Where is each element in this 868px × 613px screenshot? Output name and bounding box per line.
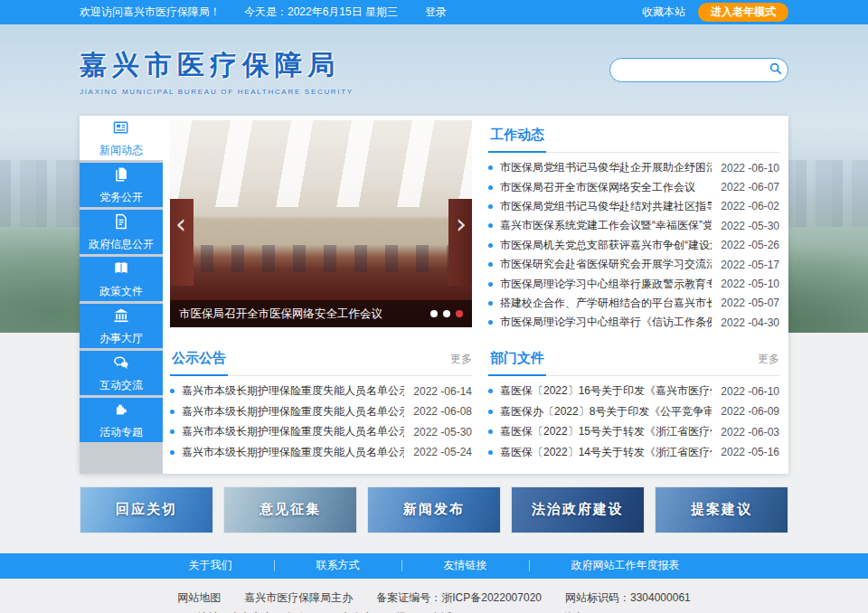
- item-title[interactable]: 搭建校企合作、产学研相结合的平台嘉兴市长期护理...: [500, 296, 712, 311]
- search-icon: [769, 61, 783, 79]
- bullet-icon: [170, 389, 175, 393]
- topbar: 欢迎访问嘉兴市医疗保障局！ 今天是：2022年6月15日 星期三 登录 收藏本站…: [0, 0, 868, 24]
- item-date: 2022 -05-17: [721, 259, 779, 271]
- sidebar-item-label: 党务公开: [99, 190, 143, 205]
- sidebar-item-news[interactable]: 新闻动态: [80, 116, 163, 160]
- more-link[interactable]: 更多: [450, 352, 472, 367]
- sidebar-item-gov-info[interactable]: 政府信息公开: [80, 210, 163, 254]
- item-date: 2022 -06-10: [721, 162, 779, 174]
- sidebar-item-interaction[interactable]: 互动交流: [80, 351, 163, 395]
- list-item[interactable]: 市医保局理论学习中心组举行《信访工作条例》专题...2022 -04-30: [488, 313, 779, 332]
- quick-link-opinion-collection[interactable]: 意见征集: [223, 486, 357, 533]
- more-link[interactable]: 更多: [758, 352, 779, 367]
- puzzle-icon: [112, 401, 130, 425]
- site-title-english: JIAXING MUNICIPAL BUREAU OF HEALTHCARE S…: [80, 88, 354, 96]
- item-title[interactable]: 嘉兴市本级长期护理保险重度失能人员名单公示（2...: [182, 404, 404, 420]
- carousel-caption-text[interactable]: 市医保局召开全市医保网络安全工作会议: [179, 306, 423, 322]
- item-date: 2022 -06-10: [721, 385, 779, 398]
- item-title[interactable]: 市医保局党组书记马俊华赴企开展助企纾困活动: [500, 160, 712, 175]
- section-title[interactable]: 公示公告: [170, 344, 228, 376]
- item-title[interactable]: 嘉兴市本级长期护理保险重度失能人员名单公示（2...: [182, 383, 404, 399]
- footer-link-friendly-links[interactable]: 友情链接: [402, 560, 530, 571]
- list-item[interactable]: 搭建校企合作、产学研相结合的平台嘉兴市长期护理...2022 -05-07: [488, 294, 779, 313]
- carousel-dot-active[interactable]: [456, 310, 463, 317]
- sidebar-item-service-hall[interactable]: 办事大厅: [80, 304, 163, 348]
- current-date: 今天是：2022年6月15日 星期三: [244, 5, 398, 20]
- item-date: 2022 -06-08: [413, 405, 472, 418]
- carousel-dot[interactable]: [443, 310, 450, 317]
- elder-mode-button[interactable]: 进入老年模式: [698, 3, 788, 22]
- list-item[interactable]: 市医保局机关党总支部获评嘉兴市争创“建设清廉机...2022 -05-26: [488, 236, 779, 255]
- section-title[interactable]: 部门文件: [488, 344, 546, 376]
- login-link[interactable]: 登录: [425, 5, 447, 20]
- quick-link-respond-concerns[interactable]: 回应关切: [80, 486, 213, 533]
- item-title[interactable]: 市医保局召开全市医保网络安全工作会议: [500, 180, 712, 195]
- section-title[interactable]: 工作动态: [488, 120, 546, 153]
- sitemap-link[interactable]: 网站地图: [177, 591, 221, 604]
- list-item[interactable]: 嘉医保〔2022〕14号关于转发《浙江省医疗保...2022 -05-16: [488, 442, 779, 463]
- quick-link-proposals[interactable]: 提案建议: [655, 486, 788, 533]
- bullet-icon: [488, 429, 493, 434]
- list-item[interactable]: 嘉兴市本级长期护理保险重度失能人员名单公示（2...2022 -06-08: [170, 401, 472, 422]
- list-item[interactable]: 市医保研究会赴省医保研究会开展学习交流活动2022 -05-17: [488, 255, 779, 274]
- footer-link-contact[interactable]: 联系方式: [275, 560, 402, 571]
- item-date: 2022 -05-16: [721, 446, 779, 458]
- item-title[interactable]: 嘉医保〔2022〕15号关于转发《浙江省医疗保...: [500, 424, 712, 439]
- list-item[interactable]: 嘉医保〔2022〕16号关于印发《嘉兴市医疗保...2022 -06-10: [488, 382, 779, 402]
- item-title[interactable]: 市医保研究会赴省医保研究会开展学习交流活动: [500, 257, 712, 272]
- carousel-next-icon[interactable]: ›: [456, 211, 467, 238]
- item-title[interactable]: 市医保局党组书记马俊华赴结对共建社区指导全国文...: [500, 199, 712, 214]
- item-title[interactable]: 嘉医保〔2022〕16号关于印发《嘉兴市医疗保...: [500, 383, 712, 399]
- item-title[interactable]: 嘉兴市本级长期护理保险重度失能人员名单公示（2...: [182, 424, 404, 439]
- sidebar-item-special-topics[interactable]: 活动专题: [80, 398, 163, 442]
- list-item[interactable]: 市医保局召开全市医保网络安全工作会议2022 -06-07: [488, 177, 779, 196]
- item-title[interactable]: 嘉医保〔2022〕14号关于转发《浙江省医疗保...: [500, 445, 712, 460]
- footer-link-annual-report[interactable]: 政府网站工作年度报表: [530, 560, 722, 571]
- quick-link-news-release[interactable]: 新闻发布: [367, 486, 501, 533]
- quick-link-rule-of-law[interactable]: 法治政府建设: [511, 486, 645, 533]
- list-item[interactable]: 嘉兴市医保系统党建工作会议暨“幸福医保”党建联...2022 -05-30: [488, 216, 779, 235]
- documents-section: 部门文件 更多 嘉医保〔2022〕16号关于印发《嘉兴市医疗保...2022 -…: [488, 344, 779, 463]
- footer-link-about[interactable]: 关于我们: [147, 560, 275, 571]
- work-news-list: 市医保局党组书记马俊华赴企开展助企纾困活动2022 -06-10 市医保局召开全…: [488, 158, 779, 333]
- sidebar-item-label: 政府信息公开: [89, 237, 154, 252]
- bullet-icon: [488, 301, 493, 306]
- sidebar-item-party-affairs[interactable]: 党务公开: [80, 163, 163, 207]
- list-item[interactable]: 市医保局党组书记马俊华赴企开展助企纾困活动2022 -06-10: [488, 158, 779, 177]
- main-content: 新闻动态 党务公开 政府信息公开 政策文件 办事大厅 互动交流 活动专题: [80, 116, 788, 474]
- search-box: [609, 58, 788, 82]
- carousel-prev-icon[interactable]: ‹: [175, 211, 186, 238]
- list-item[interactable]: 嘉兴市本级长期护理保险重度失能人员名单公示（2...2022 -05-30: [170, 422, 472, 443]
- carousel-dot[interactable]: [430, 310, 438, 317]
- list-item[interactable]: 市医保局党组书记马俊华赴结对共建社区指导全国文...2022 -06-02: [488, 197, 779, 216]
- list-item[interactable]: 嘉兴市本级长期护理保险重度失能人员名单公示（2...2022 -06-14: [170, 382, 472, 402]
- item-date: 2022 -06-03: [721, 426, 779, 439]
- item-title[interactable]: 市医保局理论学习中心组举行《信访工作条例》专题...: [500, 315, 712, 330]
- search-input[interactable]: [610, 59, 769, 81]
- quick-links-row: 回应关切 意见征集 新闻发布 法治政府建设 提案建议: [80, 486, 788, 533]
- list-item[interactable]: 嘉医保办〔2022〕8号关于印发《公平竞争审查...2022 -06-09: [488, 401, 779, 422]
- work-news-header: 工作动态: [488, 120, 779, 153]
- item-title[interactable]: 嘉兴市医保系统党建工作会议暨“幸福医保”党建联...: [500, 218, 712, 233]
- carousel-photo[interactable]: [170, 120, 472, 327]
- item-title[interactable]: 嘉兴市本级长期护理保险重度失能人员名单公示（2...: [182, 445, 404, 460]
- bullet-icon: [488, 262, 493, 267]
- sidebar-item-label: 活动专题: [99, 425, 143, 440]
- search-button[interactable]: [769, 61, 792, 79]
- item-title[interactable]: 市医保局机关党总支部获评嘉兴市争创“建设清廉机...: [500, 238, 712, 253]
- favorite-link[interactable]: 收藏本站: [642, 5, 685, 20]
- chat-icon: [112, 354, 130, 378]
- item-date: 2022 -05-10: [721, 278, 779, 290]
- item-title[interactable]: 市医保局理论学习中心组举行廉政警示教育专题学习...: [500, 277, 712, 292]
- bullet-icon: [488, 450, 493, 455]
- sidebar: 新闻动态 党务公开 政府信息公开 政策文件 办事大厅 互动交流 活动专题: [80, 116, 163, 474]
- item-title[interactable]: 嘉医保办〔2022〕8号关于印发《公平竞争审查...: [500, 404, 712, 420]
- document-icon: [112, 212, 130, 237]
- list-item[interactable]: 嘉兴市本级长期护理保险重度失能人员名单公示（2...2022 -05-24: [170, 442, 472, 463]
- sidebar-item-policy-files[interactable]: 政策文件: [80, 257, 163, 301]
- sidebar-item-label: 互动交流: [99, 378, 143, 393]
- item-date: 2022 -05-30: [721, 220, 779, 232]
- list-item[interactable]: 嘉医保〔2022〕15号关于转发《浙江省医疗保...2022 -06-03: [488, 422, 779, 443]
- list-item[interactable]: 市医保局理论学习中心组举行廉政警示教育专题学习...2022 -05-10: [488, 274, 779, 293]
- documents-header: 部门文件 更多: [488, 344, 779, 376]
